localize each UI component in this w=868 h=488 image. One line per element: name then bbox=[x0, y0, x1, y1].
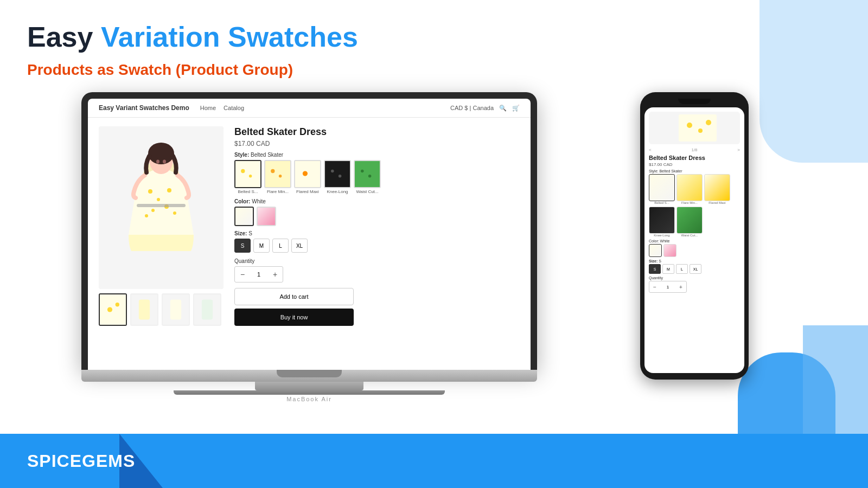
style-swatch-1[interactable]: Flare Min... bbox=[264, 160, 291, 194]
thumb-3[interactable] bbox=[162, 293, 190, 326]
size-xl[interactable]: XL bbox=[291, 239, 308, 253]
size-l[interactable]: L bbox=[272, 239, 289, 253]
quantity-label: Quantity bbox=[234, 258, 520, 264]
style-swatch-3[interactable]: Knee-Long bbox=[324, 160, 351, 194]
size-m[interactable]: M bbox=[253, 239, 270, 253]
svg-point-7 bbox=[145, 214, 148, 217]
add-to-cart-button[interactable]: Add to cart bbox=[234, 288, 354, 305]
svg-point-2 bbox=[148, 189, 152, 194]
phone-qty-increase[interactable]: + bbox=[675, 281, 686, 292]
svg-rect-14 bbox=[100, 294, 126, 324]
svg-point-8 bbox=[173, 211, 176, 215]
currency-selector[interactable]: CAD $ | Canada bbox=[450, 105, 494, 111]
product-images bbox=[99, 126, 224, 357]
style-swatch-4[interactable]: Waist Cut... bbox=[354, 160, 381, 194]
phone-size-s[interactable]: S bbox=[649, 264, 661, 274]
phone-size-l[interactable]: L bbox=[676, 264, 688, 274]
style-swatch-0[interactable]: Belted S... bbox=[234, 160, 261, 194]
phone-product-image bbox=[649, 112, 740, 144]
store-header-right: CAD $ | Canada 🔍 🛒 bbox=[450, 105, 520, 112]
svg-rect-18 bbox=[139, 300, 150, 320]
phone-qty-label: Quantity bbox=[649, 276, 740, 280]
svg-point-40 bbox=[698, 129, 703, 133]
style-swatch-img-4[interactable] bbox=[354, 160, 381, 188]
style-swatch-img-1[interactable] bbox=[264, 160, 291, 188]
phone-style-2[interactable]: Flared Maxi bbox=[704, 174, 730, 204]
phone-color-label: Color: White bbox=[649, 239, 740, 243]
macbook-notch bbox=[277, 370, 342, 377]
phone-size-xl[interactable]: XL bbox=[690, 264, 701, 274]
hero-subtitle: Products as Swatch (Product Group) bbox=[27, 61, 841, 79]
phone-style-text-2: Flared Maxi bbox=[704, 201, 730, 204]
svg-point-32 bbox=[331, 170, 334, 173]
svg-rect-9 bbox=[137, 204, 186, 207]
svg-rect-34 bbox=[355, 161, 380, 187]
style-swatch-label-0: Belted S... bbox=[234, 189, 261, 194]
svg-point-28 bbox=[279, 175, 282, 178]
macbook-label: MacBook Air bbox=[81, 396, 537, 402]
phone-notch bbox=[678, 99, 711, 104]
size-swatches: S M L XL bbox=[234, 239, 520, 253]
quantity-increase[interactable]: + bbox=[267, 267, 283, 282]
style-swatch-2[interactable]: Flared Maxi bbox=[294, 160, 321, 194]
style-swatch-label-2: Flared Maxi bbox=[294, 189, 321, 194]
svg-point-36 bbox=[368, 175, 372, 178]
hero-header: Easy Variation Swatches Products as Swat… bbox=[0, 0, 868, 84]
style-swatch-img-3[interactable] bbox=[324, 160, 351, 188]
phone-style-4[interactable]: Waist Cut... bbox=[676, 207, 703, 237]
cart-icon[interactable]: 🛒 bbox=[512, 105, 520, 112]
phone-style-img-4[interactable] bbox=[676, 207, 703, 234]
hero-title-blue: Variation Swatches bbox=[101, 21, 358, 53]
thumb-2[interactable] bbox=[130, 293, 158, 326]
store-content: Belted Skater Dress $17.00 CAD Style: Be… bbox=[88, 118, 531, 366]
svg-rect-20 bbox=[170, 300, 181, 320]
thumb-1[interactable] bbox=[99, 293, 127, 326]
svg-point-16 bbox=[116, 303, 119, 306]
style-swatch-label-1: Flare Min... bbox=[264, 189, 291, 194]
buy-now-button[interactable]: Buy it now bbox=[234, 309, 354, 326]
phone-style-text-0: Belted S... bbox=[649, 201, 675, 204]
phone-color-white[interactable] bbox=[649, 244, 662, 257]
phone-style-0[interactable]: Belted S... bbox=[649, 174, 675, 204]
svg-rect-29 bbox=[295, 161, 320, 187]
thumb-4[interactable] bbox=[193, 293, 221, 326]
search-icon[interactable]: 🔍 bbox=[499, 105, 507, 112]
nav-home[interactable]: Home bbox=[200, 105, 216, 111]
style-swatch-label-4: Waist Cut... bbox=[354, 189, 381, 194]
style-swatch-img-2[interactable] bbox=[294, 160, 321, 188]
product-details-panel: Belted Skater Dress $17.00 CAD Style: Be… bbox=[234, 126, 520, 357]
phone-style-1[interactable]: Flare Min... bbox=[676, 174, 703, 204]
quantity-control: − 1 + bbox=[234, 266, 283, 282]
style-swatch-img-0[interactable] bbox=[234, 160, 261, 188]
svg-point-30 bbox=[303, 171, 308, 176]
phone-nav-counter: 1/8 bbox=[691, 147, 697, 152]
svg-point-25 bbox=[249, 175, 252, 178]
phone-style-img-0[interactable] bbox=[649, 174, 675, 201]
phone-color-row bbox=[649, 244, 740, 257]
phone-style-img-2[interactable] bbox=[704, 174, 730, 201]
size-s[interactable]: S bbox=[234, 239, 251, 253]
nav-catalog[interactable]: Catalog bbox=[224, 105, 244, 111]
quantity-decrease[interactable]: − bbox=[235, 267, 250, 282]
phone-style-3[interactable]: Knee-Long bbox=[649, 207, 675, 237]
phone-style-img-1[interactable] bbox=[676, 174, 703, 201]
svg-rect-31 bbox=[325, 161, 350, 187]
svg-point-4 bbox=[167, 188, 171, 192]
product-price: $17.00 CAD bbox=[234, 140, 520, 147]
phone-style-label: Style: Belted Skater bbox=[649, 169, 740, 173]
phone-color-pink[interactable] bbox=[663, 244, 676, 257]
color-swatch-pink[interactable] bbox=[257, 207, 276, 226]
phone-qty-decrease[interactable]: − bbox=[649, 281, 660, 292]
store-header: Easy Variant Swatches Demo Home Catalog … bbox=[88, 99, 531, 118]
color-swatch-white[interactable] bbox=[234, 207, 254, 226]
phone-style-img-3[interactable] bbox=[649, 207, 675, 234]
svg-rect-22 bbox=[202, 300, 213, 320]
macbook-base bbox=[81, 370, 537, 382]
color-swatches bbox=[234, 207, 520, 226]
phone-nav-next[interactable]: > bbox=[737, 147, 740, 152]
product-title: Belted Skater Dress bbox=[234, 126, 520, 138]
deco-top-right bbox=[760, 0, 868, 163]
phone-size-m[interactable]: M bbox=[662, 264, 674, 274]
phone-nav-prev[interactable]: < bbox=[649, 147, 652, 152]
phone-screen: < 1/8 > Belted Skater Dress $17.00 CAD S… bbox=[644, 107, 744, 373]
